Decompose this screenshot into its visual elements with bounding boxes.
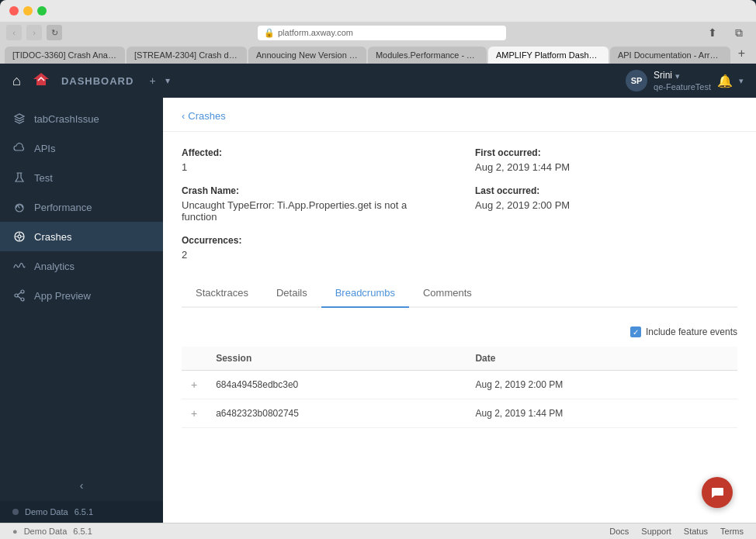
- include-feature-checkbox[interactable]: [630, 327, 641, 337]
- breadcrumb-back-button[interactable]: ‹ Crashes: [182, 110, 226, 122]
- reload-button[interactable]: ↻: [47, 25, 62, 40]
- forward-button[interactable]: ›: [26, 25, 42, 40]
- session-date-1: Aug 2, 2019 1:44 PM: [466, 399, 737, 428]
- include-feature-text: Include feature events: [646, 327, 737, 337]
- table-row: + a6482323b0802745 Aug 2, 2019 1:44 PM: [182, 399, 737, 428]
- sidebar-item-tab-crash-issue[interactable]: tabCrashIssue: [0, 104, 163, 133]
- affected-value: 1: [182, 161, 444, 173]
- th-expand: [182, 347, 206, 371]
- expand-icon-1[interactable]: +: [191, 407, 197, 420]
- app-logo: [30, 71, 52, 91]
- flask-icon: [12, 171, 26, 185]
- tab-breadcrumbs[interactable]: Breadcrumbs: [321, 279, 409, 308]
- crash-name-label: Crash Name:: [182, 185, 444, 196]
- sidebar-collapse-area: ‹: [0, 470, 163, 501]
- details-grid: Affected: 1 First occurred: Aug 2, 2019 …: [182, 147, 737, 261]
- th-date[interactable]: Date: [466, 347, 737, 371]
- svg-point-2: [18, 235, 21, 238]
- home-icon[interactable]: ⌂: [12, 73, 21, 89]
- status-version: 6.5.1: [73, 527, 92, 536]
- status-link-support[interactable]: Support: [641, 527, 671, 536]
- expand-icon-0[interactable]: +: [191, 378, 197, 391]
- session-date-0: Aug 2, 2019 2:00 PM: [466, 371, 737, 399]
- sidebar-label-apis: APIs: [34, 143, 55, 154]
- version-label: 6.5.1: [75, 507, 93, 517]
- browser-tab-2[interactable]: Annoucing New Version of...: [248, 47, 366, 64]
- status-link-docs[interactable]: Docs: [609, 527, 629, 536]
- sidebar-label-tab-crash-issue: tabCrashIssue: [34, 113, 99, 125]
- status-demo-label: Demo Data: [24, 527, 68, 536]
- affected-section: Affected: 1: [182, 147, 444, 173]
- tab-action-button[interactable]: ⧉: [728, 25, 750, 40]
- first-occurred-section: First occurred: Aug 2, 2019 1:44 PM: [475, 147, 737, 173]
- user-info: Srini ▾ qe-FeatureTest: [654, 70, 711, 92]
- tab-stacktraces[interactable]: Stacktraces: [182, 279, 262, 308]
- address-bar[interactable]: 🔒 platform.axway.com: [258, 26, 506, 40]
- first-occurred-value: Aug 2, 2019 1:44 PM: [475, 161, 737, 173]
- sidebar-item-test[interactable]: Test: [0, 163, 163, 192]
- user-name: Srini: [654, 70, 672, 82]
- traffic-light-green[interactable]: [37, 6, 47, 16]
- chat-widget[interactable]: [702, 477, 733, 508]
- browser-tab-0[interactable]: [TIDOC-3360] Crash Analyt...: [5, 47, 125, 64]
- sidebar-item-app-preview[interactable]: App Preview: [0, 281, 163, 310]
- notif-chevron[interactable]: ▾: [739, 76, 744, 86]
- last-occurred-value: Aug 2, 2019 2:00 PM: [475, 199, 737, 211]
- browser-tab-3[interactable]: Modules.Performance - Ap...: [368, 47, 487, 64]
- last-occurred-label: Last occurred:: [475, 185, 737, 196]
- traffic-light-red[interactable]: [9, 6, 19, 16]
- user-chevron[interactable]: ▾: [675, 71, 680, 81]
- affected-label: Affected:: [182, 147, 444, 158]
- traffic-light-yellow[interactable]: [23, 6, 33, 16]
- browser-tab-5[interactable]: API Documentation - Arrow...: [610, 47, 730, 64]
- sessions-table: Session Date + 684a49458edbc3e0 Aug 2, 2…: [182, 347, 737, 428]
- status-bar: ● Demo Data 6.5.1 Docs Support Status Te…: [0, 523, 756, 539]
- share-icon: [12, 289, 26, 302]
- status-link-status[interactable]: Status: [684, 527, 708, 536]
- status-dot-icon: ●: [12, 527, 18, 536]
- include-feature-label[interactable]: Include feature events: [630, 327, 737, 337]
- user-area: SP Srini ▾ qe-FeatureTest 🔔 ▾: [626, 70, 744, 92]
- session-id-0: 684a49458edbc3e0: [206, 371, 466, 399]
- sidebar-item-performance[interactable]: Performance: [0, 192, 163, 222]
- browser-tab-4[interactable]: AMPLIFY Platform Dashboard: [488, 47, 609, 64]
- crashes-icon: [12, 230, 26, 244]
- share-button[interactable]: ⬆: [702, 25, 723, 40]
- svg-point-5: [21, 298, 24, 301]
- new-tab-button[interactable]: +: [732, 43, 751, 64]
- browser-tab-1[interactable]: [STREAM-2304] Crash data...: [127, 47, 247, 64]
- main-content: ‹ Crashes Affected: 1 First occurred: Au…: [163, 98, 756, 523]
- app-header: ⌂ DASHBOARD + ▾ SP Srini ▾ qe-FeatureTes…: [0, 64, 756, 98]
- tab-details[interactable]: Details: [262, 279, 321, 308]
- th-session[interactable]: Session: [206, 347, 466, 371]
- svg-point-4: [15, 294, 18, 297]
- status-link-terms[interactable]: Terms: [720, 527, 744, 536]
- status-links: Docs Support Status Terms: [609, 527, 744, 536]
- tabs-nav: Stacktraces Details Breadcrumbs Comments: [182, 279, 737, 308]
- back-button[interactable]: ‹: [6, 25, 22, 40]
- add-chevron[interactable]: ▾: [165, 75, 170, 86]
- demo-info: ● Demo Data 6.5.1: [12, 527, 92, 536]
- crash-name-section: Crash Name: Uncaught TypeError: Ti.App.P…: [182, 185, 444, 223]
- occurrences-value: 2: [182, 249, 444, 261]
- sidebar-collapse-button[interactable]: ‹: [80, 479, 84, 492]
- tab-comments[interactable]: Comments: [409, 279, 486, 308]
- occurrences-label: Occurrences:: [182, 235, 444, 246]
- browser-toolbar: ‹ › ↻ 🔒 platform.axway.com ⬆ ⧉: [0, 22, 756, 43]
- table-row: + 684a49458edbc3e0 Aug 2, 2019 2:00 PM: [182, 371, 737, 399]
- gauge-icon: [12, 200, 26, 214]
- add-button[interactable]: +: [149, 74, 155, 87]
- sidebar-label-test: Test: [34, 172, 53, 184]
- notification-icon[interactable]: 🔔: [717, 74, 733, 88]
- occurrences-section: Occurrences: 2: [182, 235, 444, 261]
- sidebar-item-crashes[interactable]: Crashes: [0, 222, 163, 251]
- wave-icon: [12, 259, 26, 273]
- demo-label: Demo Data: [25, 507, 68, 517]
- status-dot: [12, 509, 19, 515]
- cloud-icon: [12, 141, 26, 155]
- sidebar-item-apis[interactable]: APIs: [0, 133, 163, 163]
- sidebar-item-analytics[interactable]: Analytics: [0, 251, 163, 281]
- crash-name-value: Uncaught TypeError: Ti.App.Properties.ge…: [182, 199, 444, 223]
- crash-details: Affected: 1 First occurred: Aug 2, 2019 …: [163, 132, 756, 444]
- chevron-left-icon: ‹: [182, 110, 185, 122]
